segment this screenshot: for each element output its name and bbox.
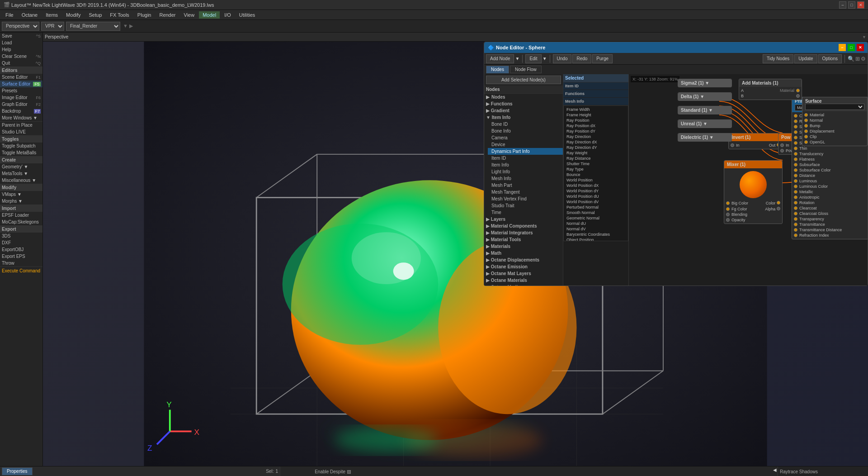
output-world-position-dv[interactable]: World Position dV: [565, 199, 627, 205]
sidebar-btn-load[interactable]: Load: [0, 39, 42, 46]
output-barycentric-coordinates[interactable]: Barycentric Coordinates: [565, 232, 627, 237]
item-info-category[interactable]: ▼ Item Info: [484, 114, 563, 121]
add-materials-b-port[interactable]: [796, 94, 800, 98]
mode-select[interactable]: Perspective: [2, 22, 39, 31]
menu-items[interactable]: Items: [42, 11, 61, 19]
bsdf-distance-port[interactable]: [794, 174, 797, 177]
bsdf-thin-port[interactable]: [794, 147, 797, 150]
nl-item-mesh-tangent[interactable]: Mesh Tangent: [488, 189, 563, 195]
viewport-canvas[interactable]: X Y Z 🔷 Node Editor - Sphere – □ ✕: [43, 42, 868, 466]
menu-octane[interactable]: Octane: [18, 11, 41, 19]
sidebar-btn-toggle-metaballs[interactable]: Toggle MetaBalls: [0, 149, 42, 156]
purge-button[interactable]: Purge: [592, 54, 613, 63]
output-ray-weight[interactable]: Ray Weight: [565, 150, 627, 156]
sidebar-btn-surface-editor[interactable]: Surface Editor F5: [0, 81, 42, 87]
bsdf-transmittance-dist-port[interactable]: [794, 228, 797, 232]
bsdf-color-port[interactable]: [794, 114, 797, 118]
unreal-node[interactable]: Unreal (1) ▼: [678, 119, 732, 128]
add-materials-node[interactable]: Add Materials (1) A Material B: [739, 79, 802, 100]
bsdf-sheen-port[interactable]: [794, 136, 797, 139]
output-normal-dv[interactable]: Normal dV: [565, 226, 627, 232]
sidebar-create-header[interactable]: Create: [0, 157, 42, 163]
search-icon[interactable]: ⊞: [855, 56, 860, 62]
output-smooth-normal[interactable]: Smooth Normal: [565, 210, 627, 215]
node-editor-maximize[interactable]: □: [848, 44, 855, 51]
output-frame-width[interactable]: Frame Width: [565, 107, 627, 112]
sidebar-btn-scene-editor[interactable]: Scene Editor F1: [0, 74, 42, 81]
nl-item-bone-id[interactable]: Bone ID: [488, 121, 563, 128]
surface-bump-port[interactable]: [804, 124, 808, 128]
menu-render[interactable]: Render: [156, 11, 179, 19]
redo-button[interactable]: Redo: [572, 54, 591, 63]
bsdf-subsurface-color-port[interactable]: [794, 168, 797, 172]
sidebar-btn-metatools[interactable]: MetaTools ▼: [0, 170, 42, 177]
invert-in-port[interactable]: [731, 143, 734, 147]
sidebar-btn-miscellaneous[interactable]: Miscellaneous ▼: [0, 177, 42, 184]
nl-item-mesh-part[interactable]: Mesh Part: [488, 182, 563, 189]
menu-fx-tools[interactable]: FX Tools: [106, 11, 133, 19]
sidebar-btn-execute-command[interactable]: Execute Command: [0, 267, 42, 275]
sidebar-btn-image-editor[interactable]: Image Editor F6: [0, 94, 42, 101]
nl-item-mesh-info[interactable]: Mesh Info: [488, 175, 563, 182]
mixer-color-out-port[interactable]: [777, 201, 780, 205]
sidebar-editors-header[interactable]: Editors: [0, 67, 42, 74]
delta-node[interactable]: Delta (1) ▼: [678, 92, 732, 101]
invert-node[interactable]: Invert (1) In Out: [728, 133, 783, 149]
sidebar-btn-export-eps[interactable]: Export EPS: [0, 253, 42, 260]
mixer-bigcolor-port[interactable]: [726, 201, 730, 205]
bsdf-transmittance-port[interactable]: [794, 223, 797, 226]
sidebar-btn-mocap-skelegons[interactable]: MoCap:Skelegons: [0, 219, 42, 225]
menu-file[interactable]: File: [2, 11, 17, 19]
sidebar-btn-epsf-loader[interactable]: EPSF Loader: [0, 212, 42, 219]
tab-node-flow[interactable]: Node Flow: [510, 66, 542, 73]
add-node-button[interactable]: Add Node: [486, 54, 514, 63]
sigma2-node[interactable]: Sigma2 (1) ▼: [678, 79, 732, 87]
sidebar-btn-graph-editor[interactable]: Graph Editor F2: [0, 101, 42, 108]
node-editor-titlebar[interactable]: 🔷 Node Editor - Sphere – □ ✕: [484, 42, 868, 53]
sidebar-btn-clear-scene[interactable]: Clear Scene ^N: [0, 53, 42, 60]
output-frame-height[interactable]: Frame Height: [565, 112, 627, 118]
output-shutter-time[interactable]: Shutter Time: [565, 161, 627, 167]
output-ray-direction-dy[interactable]: Ray Direction dY: [565, 145, 627, 150]
octane-emission-category[interactable]: ▶ Octane Emission: [484, 263, 563, 270]
bsdf-specular-port[interactable]: [794, 125, 797, 129]
output-world-position-du[interactable]: World Position dU: [565, 194, 627, 199]
math-category[interactable]: ▶ Math: [484, 250, 563, 257]
output-world-position-dy[interactable]: World Position dY: [565, 188, 627, 194]
node-editor-minimize[interactable]: –: [839, 44, 846, 51]
sidebar-export-header[interactable]: Export: [0, 226, 42, 233]
gradient-header[interactable]: ▶ Gradient: [484, 107, 563, 114]
tidy-nodes-button[interactable]: Tidy Nodes: [763, 54, 793, 63]
update-button[interactable]: Update: [794, 54, 817, 63]
menu-modify[interactable]: Modify: [62, 11, 84, 19]
mixer-fgcolor-port[interactable]: [726, 207, 730, 211]
surface-type-select[interactable]: [805, 104, 864, 110]
material-integrators-category[interactable]: ▶ Material Integrators: [484, 229, 563, 236]
bsdf-roughness-port[interactable]: [794, 119, 797, 123]
sidebar-toggles-header[interactable]: Toggles: [0, 136, 42, 143]
output-ray-direction-dx[interactable]: Ray Direction dX: [565, 139, 627, 145]
sidebar-btn-backdrop[interactable]: Backdrop F7: [0, 108, 42, 114]
sidebar-btn-vmaps[interactable]: VMaps ▼: [0, 191, 42, 198]
pow-in-port[interactable]: [780, 143, 784, 147]
undo-button[interactable]: Undo: [553, 54, 572, 63]
nl-item-item-id[interactable]: Item ID: [488, 155, 563, 162]
menu-view[interactable]: View: [180, 11, 198, 19]
output-ray-position-dx[interactable]: Ray Position dX: [565, 123, 627, 129]
sidebar-btn-dxf[interactable]: DXF: [0, 239, 42, 246]
functions-header[interactable]: ▶ Functions: [484, 100, 563, 107]
sidebar-import-header[interactable]: Import: [0, 205, 42, 212]
bsdf-metallic-port[interactable]: [794, 190, 797, 194]
sidebar-btn-save[interactable]: Save ^S: [0, 33, 42, 39]
octane-mat-layers-category[interactable]: ▶ Octane Mat Layers: [484, 270, 563, 277]
tab-nodes[interactable]: Nodes: [486, 66, 509, 73]
bsdf-specular-tint-port[interactable]: [794, 130, 797, 134]
output-ray-direction[interactable]: Ray Direction: [565, 134, 627, 139]
nl-item-device[interactable]: Device: [488, 141, 563, 148]
bsdf-translucency-port[interactable]: [794, 152, 797, 156]
surface-node[interactable]: Surface Material Normal Bump Displacemen…: [802, 97, 868, 146]
bsdf-rotation-port[interactable]: [794, 201, 797, 205]
sidebar-btn-presets[interactable]: Presets: [0, 87, 42, 94]
nl-item-time[interactable]: Time: [488, 209, 563, 216]
surface-normal-port[interactable]: [804, 119, 808, 122]
